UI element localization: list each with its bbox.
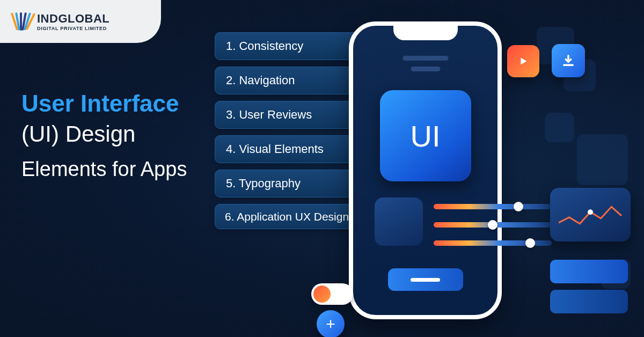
title-line-1: User Interface [21,91,204,116]
placeholder-line [411,67,440,71]
bg-square [545,113,574,142]
action-bar[interactable] [550,260,628,283]
logo-brand: INDGLOBAL [37,12,109,26]
play-icon[interactable] [507,45,539,77]
toggle-knob [313,285,331,303]
logo-text: INDGLOBAL DIGITAL PRIVATE LIMITED [37,12,109,31]
download-icon[interactable] [552,44,585,77]
title-line-3: Elements for Apps [21,157,204,182]
slider[interactable] [434,240,552,246]
phone-notch [393,25,458,40]
slider-thumb[interactable] [525,238,535,248]
mini-chart-card [550,188,631,241]
slider[interactable] [434,204,552,209]
list-item: 4. Visual Elements [215,135,359,163]
logo-tagline: DIGITAL PRIVATE LIMITED [37,26,109,31]
slider-thumb[interactable] [514,202,523,211]
bg-square [577,134,628,185]
page-title: User Interface (UI) Design Elements for … [21,91,204,182]
slider-thumb[interactable] [488,220,497,230]
logo-container: INDGLOBAL DIGITAL PRIVATE LIMITED [0,0,161,43]
svg-point-0 [588,209,593,215]
primary-button[interactable] [388,268,463,291]
list-item: 3. User Reviews [215,101,359,129]
ui-tile: UI [380,90,471,181]
action-bar[interactable] [550,290,628,313]
mini-tile [375,197,423,246]
plus-icon: + [326,315,335,333]
list-item: 2. Navigation [215,67,359,94]
slider-group [434,204,552,246]
phone-mockup: UI [349,21,502,319]
button-label-bar [411,278,440,282]
placeholder-line [402,56,448,61]
toggle-switch[interactable] [311,283,353,305]
title-line-2: (UI) Design [21,121,204,147]
elements-list: 1. Consistency 2. Navigation 3. User Rev… [215,32,359,229]
list-item: 6. Application UX Design [215,204,359,229]
slider[interactable] [434,222,552,228]
list-item: 1. Consistency [215,32,359,60]
logo-icon [13,12,32,31]
add-button[interactable]: + [317,310,345,337]
list-item: 5. Typography [215,170,359,197]
